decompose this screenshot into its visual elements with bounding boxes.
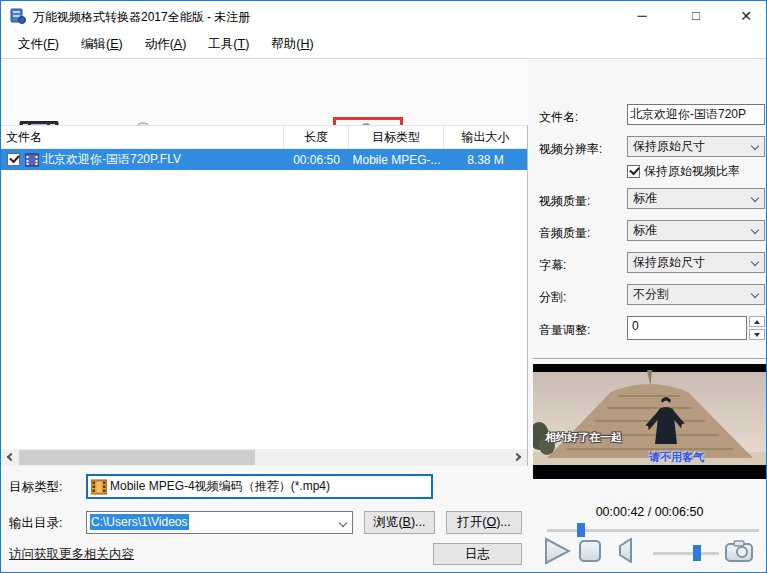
target-type-label: 目标类型: <box>9 479 62 496</box>
toolbar <box>1 59 528 125</box>
audio-quality-select[interactable]: 标准 <box>627 220 765 241</box>
log-button[interactable]: 日志 <box>433 543 522 565</box>
panel-separator <box>533 358 766 359</box>
scroll-right-icon[interactable] <box>510 449 527 466</box>
volume-slider[interactable] <box>653 545 719 561</box>
column-header-duration[interactable]: 长度 <box>284 126 349 149</box>
chevron-down-icon <box>751 226 759 234</box>
spin-down-icon[interactable] <box>749 329 765 340</box>
volume-spinner <box>749 316 765 340</box>
play-button[interactable] <box>543 537 571 565</box>
output-dir-label: 输出目录: <box>9 515 62 532</box>
menu-edit[interactable]: 编辑(E) <box>70 32 134 57</box>
settings-panel: 文件名: 北京欢迎你-国语720P 视频分辨率: 保持原始尺寸 保持原始视频比率… <box>531 59 767 568</box>
subtitle-label: 字幕: <box>539 257 566 274</box>
video-quality-select[interactable]: 标准 <box>627 188 765 209</box>
more-content-link[interactable]: 访问获取更多相关内容 <box>9 546 134 563</box>
target-type-combo[interactable]: Mobile MPEG-4视频编码（推荐）(*.mp4) <box>86 474 433 499</box>
title-bar: 万能视频格式转换器2017全能版 - 未注册 ─ □ ✕ <box>1 1 766 31</box>
menu-action[interactable]: 动作(A) <box>134 32 198 57</box>
menu-file[interactable]: 文件(F) <box>7 32 70 57</box>
split-select[interactable]: 不分割 <box>627 284 765 305</box>
video-preview: 相约好了在一起 请不用客气 <box>533 364 766 479</box>
horizontal-scrollbar[interactable] <box>1 449 527 466</box>
filename-input[interactable]: 北京欢迎你-国语720P <box>627 104 765 125</box>
maximize-button[interactable]: □ <box>673 1 719 31</box>
close-button[interactable]: ✕ <box>723 1 767 31</box>
output-dir-value: C:\Users\1\Videos <box>90 514 189 530</box>
column-header-output-size[interactable]: 输出大小 <box>444 126 527 149</box>
chevron-down-icon <box>751 258 759 266</box>
scroll-left-icon[interactable] <box>1 449 18 466</box>
chevron-down-icon <box>339 519 347 527</box>
menu-bar: 文件(F) 编辑(E) 动作(A) 工具(T) 帮助(H) <box>1 31 766 58</box>
volume-track[interactable] <box>653 552 719 555</box>
file-list: 文件名 长度 目标类型 输出大小 北京欢迎你-国语720P.FLV 00:06:… <box>1 125 528 466</box>
stop-playback-button[interactable] <box>579 540 601 562</box>
row-target-type: Mobile MPEG-... <box>349 153 444 167</box>
menu-help[interactable]: 帮助(H) <box>260 32 324 57</box>
output-bar: 目标类型: Mobile MPEG-4视频编码（推荐）(*.mp4) 输出目录:… <box>1 468 528 568</box>
table-row[interactable]: 北京欢迎你-国语720P.FLV 00:06:50 Mobile MPEG-..… <box>1 149 527 170</box>
row-duration: 00:06:50 <box>284 153 349 167</box>
karaoke-subtitle-line2: 请不用客气 <box>649 450 704 465</box>
target-type-value: Mobile MPEG-4视频编码（推荐）(*.mp4) <box>110 478 330 495</box>
karaoke-subtitle-line1: 相约好了在一起 <box>545 430 622 445</box>
filename-label: 文件名: <box>539 109 578 126</box>
split-label: 分割: <box>539 289 566 306</box>
row-checkbox[interactable] <box>7 153 20 166</box>
column-header-filename[interactable]: 文件名 <box>1 126 284 149</box>
chevron-down-icon <box>751 194 759 202</box>
video-file-icon <box>25 153 39 167</box>
chevron-down-icon <box>751 290 759 298</box>
window-title: 万能视频格式转换器2017全能版 - 未注册 <box>33 9 250 26</box>
chevron-down-icon <box>751 142 759 150</box>
row-filename: 北京欢迎你-国语720P.FLV <box>42 151 181 168</box>
video-quality-label: 视频质量: <box>539 193 590 210</box>
keep-aspect-checkbox[interactable] <box>627 165 640 178</box>
audio-quality-label: 音频质量: <box>539 225 590 242</box>
resolution-label: 视频分辨率: <box>539 141 602 158</box>
subtitle-select[interactable]: 保持原始尺寸 <box>627 252 765 273</box>
output-dir-combo[interactable]: C:\Users\1\Videos <box>86 511 353 534</box>
seek-handle[interactable] <box>577 523 585 537</box>
file-list-header: 文件名 长度 目标类型 输出大小 <box>1 126 527 149</box>
volume-handle[interactable] <box>693 545 701 561</box>
browse-button[interactable]: 浏览(B)... <box>364 511 435 534</box>
time-display: 00:00:42 / 00:06:50 <box>531 505 767 519</box>
format-filmstrip-icon <box>91 479 107 495</box>
keep-aspect-row: 保持原始视频比率 <box>627 163 740 180</box>
speaker-icon[interactable] <box>615 538 633 563</box>
spin-up-icon[interactable] <box>749 316 765 327</box>
snapshot-camera-icon[interactable] <box>725 540 753 562</box>
open-button[interactable]: 打开(O)... <box>446 511 522 534</box>
app-icon <box>10 8 26 24</box>
volume-input[interactable]: 0 <box>627 316 747 340</box>
keep-aspect-label: 保持原始视频比率 <box>644 163 740 180</box>
menu-tools[interactable]: 工具(T) <box>197 32 260 57</box>
app-window: 万能视频格式转换器2017全能版 - 未注册 ─ □ ✕ 文件(F) 编辑(E)… <box>0 0 767 573</box>
row-output-size: 8.38 M <box>444 153 527 167</box>
column-header-target-type[interactable]: 目标类型 <box>349 126 444 149</box>
seek-slider[interactable] <box>547 523 759 537</box>
minimize-button[interactable]: ─ <box>619 1 665 31</box>
volume-label: 音量调整: <box>539 322 590 339</box>
scrollbar-thumb[interactable] <box>19 450 255 465</box>
resolution-select[interactable]: 保持原始尺寸 <box>627 136 765 157</box>
